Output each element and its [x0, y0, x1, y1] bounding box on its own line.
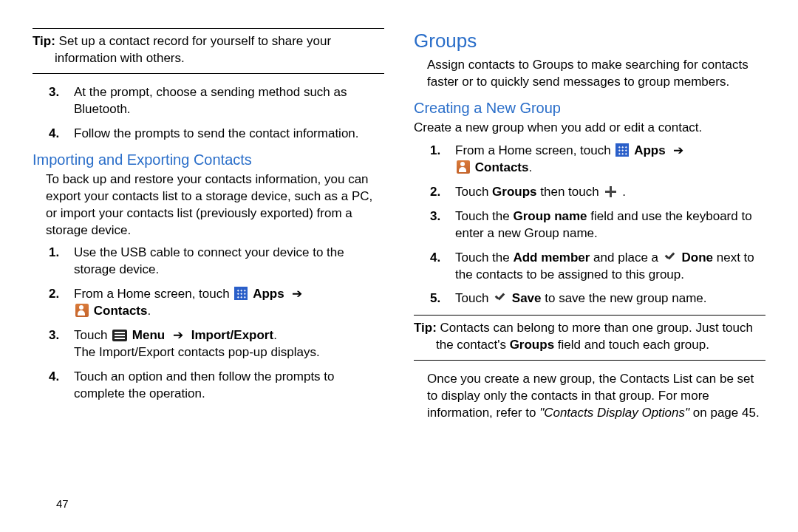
tip-text: Set up a contact record for yourself to …	[55, 34, 331, 65]
import-intro: To back up and restore your contacts inf…	[33, 171, 384, 239]
tip-box-groups: Tip: Contacts can belong to more than on…	[414, 315, 765, 361]
step-4: 4. Follow the prompts to send the contac…	[49, 126, 384, 143]
contacts-icon	[457, 160, 470, 174]
heading-groups: Groups	[414, 28, 765, 54]
creating-sub: Create a new group when you add or edit …	[414, 120, 765, 137]
apps-icon	[615, 143, 629, 157]
import-step-4: 4. Touch an option and then follow the p…	[49, 369, 384, 403]
apps-icon	[234, 287, 248, 300]
right-column: Groups Assign contacts to Groups to make…	[414, 28, 765, 428]
import-step-1: 1. Use the USB cable to connect your dev…	[49, 245, 384, 279]
group-step-2: 2. Touch Groups then touch .	[430, 184, 765, 201]
groups-outro: Once you create a new group, the Contact…	[414, 371, 765, 422]
tip-box: Tip: Set up a contact record for yoursel…	[33, 28, 384, 74]
heading-import-export: Importing and Exporting Contacts	[33, 150, 384, 170]
group-step-5: 5. Touch Save to save the new group name…	[430, 290, 765, 307]
groups-intro: Assign contacts to Groups to make search…	[414, 57, 765, 91]
group-step-4: 4. Touch the Add member and place a Done…	[430, 250, 765, 284]
left-column: Tip: Set up a contact record for yoursel…	[33, 28, 384, 428]
check-icon	[664, 250, 677, 264]
plus-icon	[604, 185, 617, 198]
step-3: 3. At the prompt, choose a sending metho…	[49, 84, 384, 118]
group-step-3: 3. Touch the Group name field and use th…	[430, 208, 765, 242]
import-step-2: 2. From a Home screen, touch Apps ➔ Cont…	[49, 286, 384, 320]
page-number: 47	[56, 497, 69, 511]
heading-creating-group: Creating a New Group	[414, 98, 765, 118]
tip-label: Tip:	[33, 34, 55, 48]
group-step-1: 1. From a Home screen, touch Apps ➔ Cont…	[430, 143, 765, 177]
import-step-3-note: The Import/Export contacts pop-up displa…	[74, 344, 384, 361]
import-step-3: 3. Touch Menu ➔ Import/Export. The Impor…	[49, 327, 384, 361]
tip-label: Tip:	[414, 321, 437, 335]
menu-icon	[112, 330, 127, 341]
contacts-icon	[75, 304, 89, 317]
check-icon	[494, 291, 507, 304]
